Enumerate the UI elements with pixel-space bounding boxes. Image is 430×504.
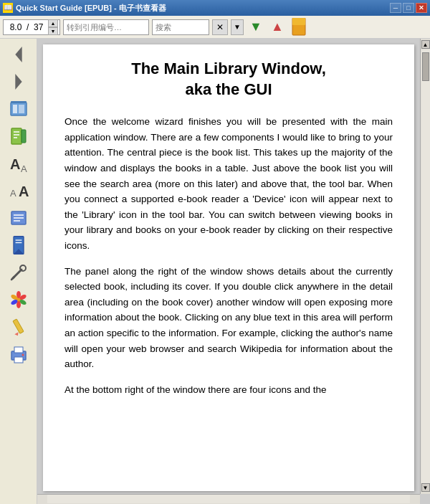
bookmark-toolbar-icon[interactable] <box>290 18 308 37</box>
page-input-wrap: ▲ ▼ <box>3 19 60 35</box>
svg-marker-3 <box>15 74 22 90</box>
svg-text:A: A <box>10 156 20 172</box>
svg-text:A: A <box>19 184 29 199</box>
back-button[interactable] <box>6 42 32 67</box>
main-area: A A A A <box>0 39 430 504</box>
window-controls: ─ □ ✕ <box>390 3 427 13</box>
toc-button[interactable] <box>6 205 32 231</box>
sidebar: A A A A <box>0 39 37 504</box>
svg-rect-8 <box>11 128 22 144</box>
svg-rect-7 <box>11 101 27 103</box>
svg-rect-1 <box>292 18 305 25</box>
print-button[interactable] <box>6 341 32 367</box>
page-spinner: ▲ ▼ <box>48 19 58 35</box>
nav-up-button[interactable]: ▲ <box>268 18 287 37</box>
tools-button[interactable] <box>6 260 32 285</box>
book-detail-button[interactable] <box>6 123 32 149</box>
minimize-button[interactable]: ─ <box>390 3 401 13</box>
svg-rect-39 <box>14 357 23 363</box>
page-input[interactable] <box>5 22 48 32</box>
svg-point-40 <box>22 354 24 356</box>
svg-text:A: A <box>10 188 16 199</box>
paragraph-1: Once the welcome wizard finishes you wil… <box>64 114 393 253</box>
search-dropdown-button[interactable]: ▼ <box>231 19 244 35</box>
font-larger-button[interactable]: A A <box>6 151 32 176</box>
library-button[interactable] <box>6 96 32 122</box>
svg-text:A: A <box>21 163 27 173</box>
svg-marker-36 <box>14 332 19 336</box>
page-up-button[interactable]: ▲ <box>48 19 58 27</box>
toolbar: ▲ ▼ ✕ ▼ ▼ ▲ <box>0 16 430 39</box>
svg-rect-38 <box>14 347 23 353</box>
title-bar: 📖 Quick Start Guide [EPUB] - 电子书查看器 ─ □ … <box>0 0 430 16</box>
pencil-button[interactable] <box>6 314 32 340</box>
goto-input[interactable] <box>63 19 149 35</box>
document-title: The Main Library Window, aka the GUI <box>64 59 393 100</box>
scroll-down-arrow[interactable]: ▼ <box>421 483 430 492</box>
page-content: The Main Library Window, aka the GUI Onc… <box>43 44 414 491</box>
page-down-button[interactable]: ▼ <box>48 27 58 35</box>
svg-rect-6 <box>19 105 24 113</box>
close-button[interactable]: ✕ <box>416 3 427 13</box>
nav-down-button[interactable]: ▼ <box>247 18 265 37</box>
window-title: Quick Start Guide [EPUB] - 电子书查看器 <box>16 3 390 14</box>
clear-search-button[interactable]: ✕ <box>212 19 228 35</box>
search-input[interactable] <box>152 19 209 35</box>
svg-rect-35 <box>12 319 23 333</box>
scroll-up-arrow[interactable]: ▲ <box>421 40 430 49</box>
svg-rect-5 <box>13 105 17 113</box>
h-scroll-track[interactable] <box>47 495 410 503</box>
bookmark-sidebar-button[interactable] <box>6 232 32 258</box>
star-button[interactable] <box>6 287 32 313</box>
font-smaller-button[interactable]: A A <box>6 178 32 204</box>
maximize-button[interactable]: □ <box>403 3 414 13</box>
svg-rect-9 <box>22 130 26 143</box>
svg-marker-2 <box>15 47 22 62</box>
content-wrap: ▲ ▼ The Main Library Window, aka the GUI… <box>37 39 430 504</box>
scroll-track[interactable] <box>421 49 430 483</box>
paragraph-2: The panel along the right of the window … <box>64 264 393 372</box>
vertical-scrollbar[interactable]: ▲ ▼ <box>420 39 430 494</box>
app-icon: 📖 <box>3 3 13 13</box>
horizontal-scrollbar[interactable] <box>37 494 420 504</box>
scroll-thumb[interactable] <box>422 52 429 81</box>
svg-line-27 <box>11 277 14 280</box>
forward-button[interactable] <box>6 69 32 95</box>
paragraph-3: At the bottom right of the window there … <box>64 382 393 398</box>
svg-point-26 <box>20 265 26 271</box>
